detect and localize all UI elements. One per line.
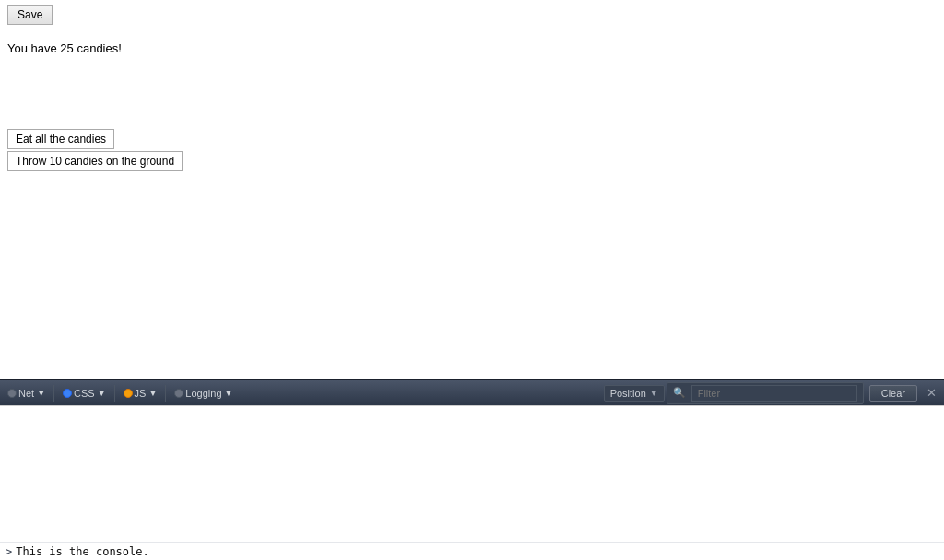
net-label[interactable]: Net xyxy=(18,388,34,399)
console-input-line: > xyxy=(0,542,944,560)
filter-container: 🔍 xyxy=(667,382,864,404)
css-group: CSS ▼ xyxy=(59,388,110,399)
net-dot xyxy=(7,389,17,398)
console-content xyxy=(0,406,944,553)
page-body: Save You have 25 candies! Eat all the ca… xyxy=(0,0,944,379)
js-group: JS ▼ xyxy=(120,388,161,399)
action-buttons: Eat all the candies Throw 10 candies on … xyxy=(7,129,937,173)
css-dot xyxy=(63,389,72,398)
js-label[interactable]: JS xyxy=(135,388,147,399)
separator-3 xyxy=(165,385,166,402)
position-dropdown-arrow: ▼ xyxy=(650,389,658,398)
separator-1 xyxy=(53,385,54,402)
console-prompt: > xyxy=(6,545,12,558)
js-dropdown-arrow[interactable]: ▼ xyxy=(148,389,157,398)
save-button[interactable]: Save xyxy=(7,5,53,25)
throw-candies-button[interactable]: Throw 10 candies on the ground xyxy=(7,151,183,171)
js-dot xyxy=(124,389,133,398)
net-group: Net ▼ xyxy=(4,388,49,399)
logging-label[interactable]: Logging xyxy=(185,388,221,399)
logging-dot xyxy=(174,389,183,398)
position-dropdown[interactable]: Position ▼ xyxy=(604,385,665,402)
logging-dropdown-arrow[interactable]: ▼ xyxy=(225,389,233,398)
bottom-wrapper: > xyxy=(0,405,944,560)
clear-button[interactable]: Clear xyxy=(869,385,917,402)
console-area xyxy=(0,405,944,553)
scrollable-area[interactable]: Save You have 25 candies! Eat all the ca… xyxy=(0,0,944,379)
filter-input[interactable] xyxy=(691,385,857,402)
close-button[interactable]: ✕ xyxy=(923,386,940,400)
css-dropdown-arrow[interactable]: ▼ xyxy=(98,389,106,398)
eat-candies-button[interactable]: Eat all the candies xyxy=(7,129,114,149)
logging-group: Logging ▼ xyxy=(171,388,236,399)
console-input[interactable] xyxy=(16,545,938,558)
dev-toolbar: Net ▼ CSS ▼ JS ▼ Logging ▼ Position ▼ 🔍 … xyxy=(0,379,944,405)
position-label: Position xyxy=(610,388,646,399)
search-icon: 🔍 xyxy=(673,387,686,399)
candy-count: You have 25 candies! xyxy=(7,41,937,55)
separator-2 xyxy=(114,385,115,402)
css-label[interactable]: CSS xyxy=(74,388,95,399)
net-dropdown-arrow[interactable]: ▼ xyxy=(37,389,45,398)
main-content: Save You have 25 candies! Eat all the ca… xyxy=(0,0,944,379)
